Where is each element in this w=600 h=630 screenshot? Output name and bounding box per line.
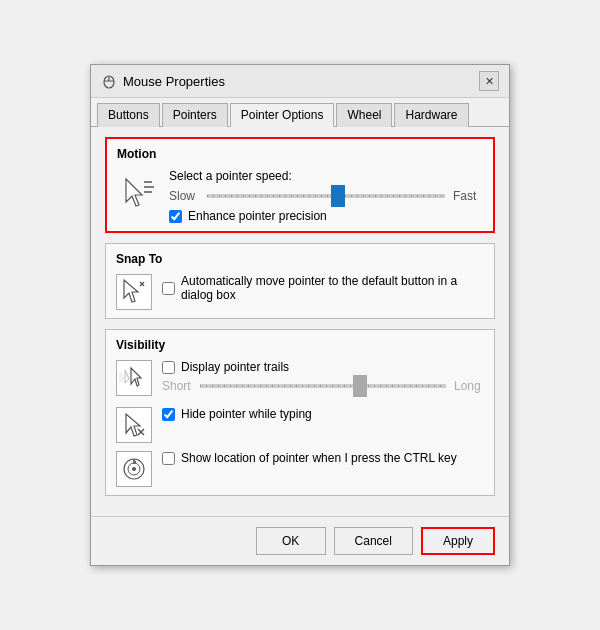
snap-title: Snap To — [116, 252, 484, 266]
show-location-content: Show location of pointer when I press th… — [162, 451, 484, 465]
dialog-content: Motion Select a pointer speed: Slow — [91, 127, 509, 516]
svg-marker-3 — [126, 179, 142, 206]
snap-content: Automatically move pointer to the defaul… — [162, 274, 484, 302]
motion-title: Motion — [117, 147, 483, 161]
hide-typing-row: Hide pointer while typing — [116, 407, 484, 443]
speed-slider-track — [207, 194, 445, 198]
hide-typing-content: Hide pointer while typing — [162, 407, 484, 421]
long-label: Long — [454, 379, 484, 393]
trails-label: Display pointer trails — [181, 360, 289, 374]
auto-snap-row: Automatically move pointer to the defaul… — [162, 274, 484, 302]
ok-button[interactable]: OK — [256, 527, 326, 555]
show-location-row: Show location of pointer when I press th… — [116, 451, 484, 487]
cursor-speed-icon — [118, 174, 158, 214]
pointer-trails-icon — [119, 366, 149, 390]
svg-marker-7 — [124, 280, 138, 302]
snap-row: Automatically move pointer to the defaul… — [116, 274, 484, 310]
title-bar: Mouse Properties ✕ — [91, 65, 509, 98]
svg-point-18 — [132, 467, 136, 471]
hide-typing-label: Hide pointer while typing — [181, 407, 312, 421]
cancel-button[interactable]: Cancel — [334, 527, 413, 555]
visibility-title: Visibility — [116, 338, 484, 352]
tab-bar: Buttons Pointers Pointer Options Wheel H… — [91, 98, 509, 127]
svg-marker-13 — [126, 414, 140, 436]
snap-cursor-icon — [120, 278, 148, 306]
enhance-precision-checkbox[interactable] — [169, 210, 182, 223]
dialog-title: Mouse Properties — [123, 74, 225, 89]
title-bar-left: Mouse Properties — [101, 73, 225, 89]
trails-slider-thumb[interactable] — [353, 375, 367, 397]
speed-slider-row: Slow Fast — [169, 189, 483, 203]
mouse-properties-dialog: Mouse Properties ✕ Buttons Pointers Poin… — [90, 64, 510, 566]
hide-typing-checkbox-row: Hide pointer while typing — [162, 407, 484, 421]
fast-label: Fast — [453, 189, 483, 203]
hide-typing-icon — [120, 411, 148, 439]
motion-row: Select a pointer speed: Slow Fast Enhanc… — [117, 169, 483, 223]
short-label: Short — [162, 379, 192, 393]
trails-slider-row: Short Long — [162, 379, 484, 393]
close-button[interactable]: ✕ — [479, 71, 499, 91]
motion-content: Select a pointer speed: Slow Fast Enhanc… — [169, 169, 483, 223]
show-location-icon — [120, 455, 148, 483]
trails-content: Display pointer trails Short Long — [162, 360, 484, 399]
svg-marker-11 — [125, 370, 129, 383]
motion-icon-area — [117, 169, 159, 219]
visibility-section: Visibility Display pointer trails — [105, 329, 495, 496]
hide-typing-icon-box — [116, 407, 152, 443]
slider-dots — [207, 195, 445, 197]
svg-marker-12 — [120, 372, 123, 382]
snap-icon-box — [116, 274, 152, 310]
tab-pointer-options[interactable]: Pointer Options — [230, 103, 335, 127]
show-location-label: Show location of pointer when I press th… — [181, 451, 457, 465]
bottom-bar: OK Cancel Apply — [91, 516, 509, 565]
enhance-precision-row: Enhance pointer precision — [169, 209, 483, 223]
tab-pointers[interactable]: Pointers — [162, 103, 228, 127]
trails-slider-track — [200, 384, 446, 388]
show-location-checkbox[interactable] — [162, 452, 175, 465]
tab-buttons[interactable]: Buttons — [97, 103, 160, 127]
hide-typing-checkbox[interactable] — [162, 408, 175, 421]
trails-icon-box — [116, 360, 152, 396]
auto-snap-label: Automatically move pointer to the defaul… — [181, 274, 484, 302]
apply-button[interactable]: Apply — [421, 527, 495, 555]
auto-snap-checkbox[interactable] — [162, 282, 175, 295]
mouse-icon — [101, 73, 117, 89]
svg-marker-10 — [131, 368, 141, 386]
trails-slider-dots — [200, 385, 446, 387]
trails-checkbox[interactable] — [162, 361, 175, 374]
speed-label: Select a pointer speed: — [169, 169, 483, 183]
enhance-precision-label: Enhance pointer precision — [188, 209, 327, 223]
speed-slider-thumb[interactable] — [331, 185, 345, 207]
snap-section: Snap To Automatically move pointer to th… — [105, 243, 495, 319]
trails-checkbox-row: Display pointer trails — [162, 360, 484, 374]
show-location-icon-box — [116, 451, 152, 487]
tab-hardware[interactable]: Hardware — [394, 103, 468, 127]
slow-label: Slow — [169, 189, 199, 203]
trails-row: Display pointer trails Short Long — [116, 360, 484, 399]
show-location-checkbox-row: Show location of pointer when I press th… — [162, 451, 484, 465]
motion-section: Motion Select a pointer speed: Slow — [105, 137, 495, 233]
tab-wheel[interactable]: Wheel — [336, 103, 392, 127]
